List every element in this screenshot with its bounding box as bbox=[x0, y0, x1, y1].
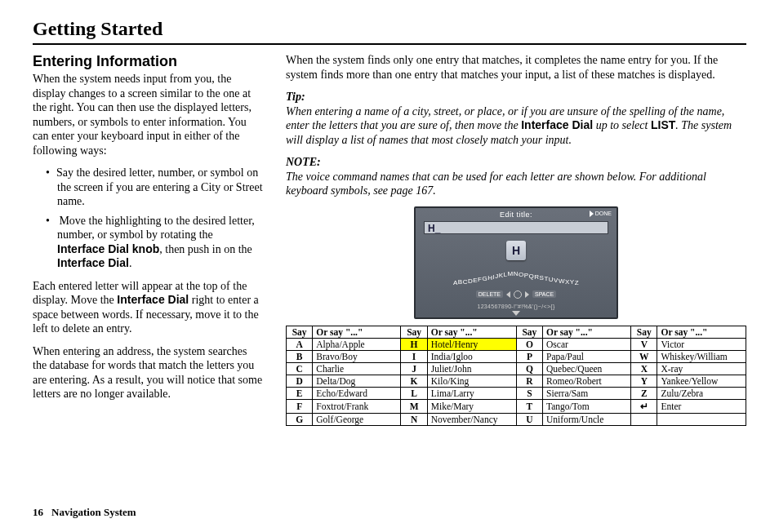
nav-edit-title-screen: Edit title: DONE H_ H ABCDEFGHIJKLMNOPQR… bbox=[414, 206, 618, 319]
table-row: EEcho/EdwardLLima/LarrySSierra/SamZZulu/… bbox=[287, 387, 746, 399]
table-cell: N bbox=[401, 413, 427, 425]
table-cell: Sierra/Sam bbox=[543, 387, 631, 399]
table-cell: Enter bbox=[657, 399, 746, 413]
table-cell: Oscar bbox=[543, 338, 631, 350]
table-cell: F bbox=[287, 399, 313, 413]
arrow-down-icon bbox=[512, 311, 520, 316]
table-cell: Z bbox=[631, 387, 657, 399]
table-row: BBravo/BoyIIndia/IglooPPapa/PaulWWhiskey… bbox=[287, 350, 746, 362]
arrow-right-icon bbox=[525, 291, 529, 298]
table-cell: A bbox=[287, 338, 313, 350]
table-cell: W bbox=[631, 350, 657, 362]
play-icon bbox=[590, 211, 594, 217]
table-cell: Charlie bbox=[313, 362, 401, 375]
arc-letter[interactable]: M bbox=[507, 270, 513, 277]
text-run: , then push in on the bbox=[159, 243, 252, 255]
tip-heading: Tip: bbox=[286, 90, 746, 104]
table-cell: D bbox=[287, 375, 313, 387]
table-cell: November/Nancy bbox=[427, 413, 516, 425]
tip-body: When entering a name of a city, street, … bbox=[286, 104, 746, 148]
table-cell: P bbox=[516, 350, 542, 362]
arc-letter[interactable]: Z bbox=[575, 279, 579, 286]
table-cell: Uniform/Uncle bbox=[543, 413, 631, 425]
page-number: 16 bbox=[33, 506, 43, 518]
body-paragraph: When the system finds only one entry tha… bbox=[286, 53, 746, 82]
table-cell: L bbox=[401, 387, 427, 399]
text-input[interactable]: H_ bbox=[424, 221, 608, 234]
table-cell: S bbox=[516, 387, 542, 399]
note-heading: NOTE: bbox=[286, 155, 746, 170]
table-cell: Quebec/Queen bbox=[543, 362, 631, 375]
table-cell: R bbox=[516, 375, 542, 387]
enter-key-icon: ↵ bbox=[631, 399, 657, 413]
table-cell: India/Igloo bbox=[427, 350, 516, 362]
selected-key[interactable]: H bbox=[506, 241, 526, 260]
table-cell: X bbox=[631, 362, 657, 375]
table-row: AAlpha/AppleHHotel/HenryOOscarVVictor bbox=[287, 338, 746, 350]
chapter-title: Getting Started bbox=[33, 18, 746, 45]
table-cell: E bbox=[287, 387, 313, 399]
arc-letter[interactable]: Q bbox=[529, 273, 535, 280]
table-cell: Foxtrot/Frank bbox=[313, 399, 401, 413]
table-header: Or say "..." bbox=[657, 326, 746, 338]
page-columns: Entering Information When the system nee… bbox=[33, 53, 746, 426]
table-cell: X-ray bbox=[657, 362, 746, 375]
space-button[interactable]: SPACE bbox=[532, 290, 556, 298]
table-cell: B bbox=[287, 350, 313, 362]
interface-dial-label: Interface Dial bbox=[57, 256, 129, 269]
text-run: up to select bbox=[593, 119, 651, 131]
table-cell: O bbox=[516, 338, 542, 350]
arc-letter[interactable]: W bbox=[559, 277, 565, 284]
table-header: Say bbox=[631, 326, 657, 338]
bottom-bar: DELETE SPACE bbox=[424, 290, 608, 299]
screen-title: Edit title: bbox=[416, 211, 617, 219]
table-cell: Hotel/Henry bbox=[427, 338, 516, 350]
arrow-left-icon bbox=[506, 291, 510, 298]
table-header: Or say "..." bbox=[543, 326, 631, 338]
done-button[interactable]: DONE bbox=[590, 211, 612, 217]
table-cell: Romeo/Robert bbox=[543, 375, 631, 387]
table-header: Or say "..." bbox=[313, 326, 401, 338]
table-cell: T bbox=[516, 399, 542, 413]
table-cell: Echo/Edward bbox=[313, 387, 401, 399]
table-cell: K bbox=[401, 375, 427, 387]
table-cell: Victor bbox=[657, 338, 746, 350]
list-item: Move the highlighting to the desired let… bbox=[41, 214, 263, 271]
interface-dial-knob-label: Interface Dial knob bbox=[57, 242, 159, 255]
table-row: DDelta/DogKKilo/KingRRomeo/RobertYYankee… bbox=[287, 375, 746, 387]
arc-letter[interactable]: G bbox=[482, 274, 487, 282]
delete-button[interactable]: DELETE bbox=[476, 290, 503, 298]
table-cell: Alpha/Apple bbox=[313, 338, 401, 350]
knob-icon bbox=[514, 290, 522, 299]
table-cell: Zulu/Zebra bbox=[657, 387, 746, 399]
arc-letter[interactable]: O bbox=[519, 271, 524, 278]
section-heading: Entering Information bbox=[33, 53, 263, 70]
done-label: DONE bbox=[595, 211, 612, 216]
digit-row: 1234567890-!"#!%&'()~/<>{} bbox=[416, 304, 617, 309]
alphabet-arc: ABCDEFGHIJKLMNOPQRSTUVWXYZ bbox=[416, 273, 617, 288]
table-cell: Lima/Larry bbox=[427, 387, 516, 399]
table-cell: Tango/Tom bbox=[543, 399, 631, 413]
table-cell: Whiskey/William bbox=[657, 350, 746, 362]
right-column: When the system finds only one entry tha… bbox=[286, 53, 746, 426]
table-cell: Q bbox=[516, 362, 542, 375]
table-cell: Juliet/John bbox=[427, 362, 516, 375]
table-cell: H bbox=[401, 338, 427, 350]
list-label: LIST bbox=[651, 118, 675, 131]
table-header: Say bbox=[401, 326, 427, 338]
interface-dial-label: Interface Dial bbox=[117, 293, 189, 306]
interface-dial-label: Interface Dial bbox=[521, 118, 593, 131]
table-cell: Kilo/King bbox=[427, 375, 516, 387]
body-paragraph: When entering an address, the system sea… bbox=[33, 344, 263, 401]
table-header: Say bbox=[287, 326, 313, 338]
table-cell: J bbox=[401, 362, 427, 375]
table-cell: Bravo/Boy bbox=[313, 350, 401, 362]
left-column: Entering Information When the system nee… bbox=[33, 53, 263, 426]
body-paragraph: Each entered letter will appear at the t… bbox=[33, 279, 263, 336]
table-cell: I bbox=[401, 350, 427, 362]
table-cell: C bbox=[287, 362, 313, 375]
table-cell: U bbox=[516, 413, 542, 425]
table-cell: Golf/George bbox=[313, 413, 401, 425]
table-cell: Papa/Paul bbox=[543, 350, 631, 362]
table-cell: Delta/Dog bbox=[313, 375, 401, 387]
